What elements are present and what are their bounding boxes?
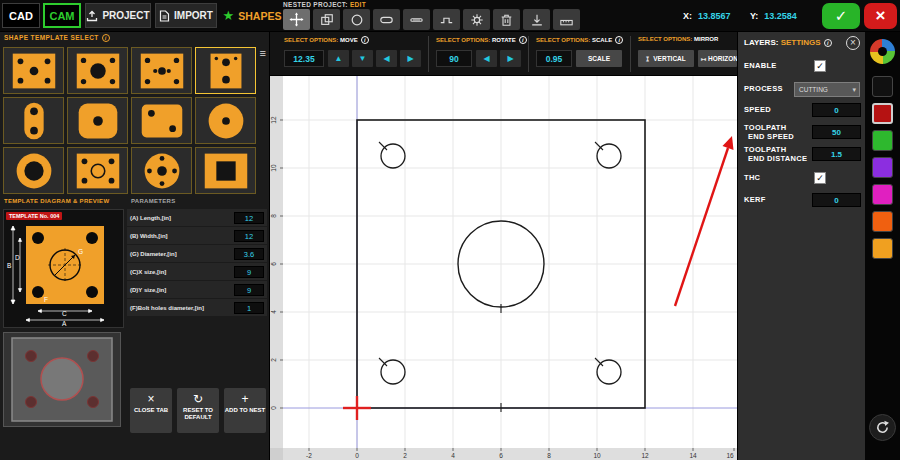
shape-template-tile-4[interactable] [195, 47, 256, 94]
layer-color-red[interactable] [872, 103, 893, 124]
project-button[interactable]: PROJECT [85, 3, 151, 28]
cad-tab-button[interactable]: CAD [2, 3, 40, 28]
template-grid [3, 47, 255, 194]
shape-template-select-text: SHAPE TEMPLATE SELECT [4, 34, 99, 41]
shape-template-tile-10[interactable] [67, 147, 128, 194]
download-icon [530, 13, 544, 27]
move-up-button[interactable]: ▲ [328, 50, 349, 67]
axes [283, 76, 737, 448]
canvas-drawing[interactable]: 0 2 4 6 8 10 12 -2 0 2 [270, 76, 737, 460]
cam-tab-button[interactable]: CAM [43, 3, 81, 28]
dim-label-c: C [62, 310, 67, 317]
shapes-button-label: SHAPES [238, 10, 281, 22]
layer-color-orange[interactable] [872, 211, 893, 232]
refresh-button[interactable] [869, 414, 896, 441]
toolbar-button-slot[interactable] [403, 9, 430, 30]
parameter-row: (A) Length,[in]12 [127, 209, 267, 226]
toolbar-button-tab[interactable] [433, 9, 460, 30]
layers-panel-close-button[interactable]: × [846, 36, 860, 50]
close-tab-button[interactable]: × CLOSE TAB [130, 388, 172, 433]
nested-project-text: NESTED PROJECT: [283, 1, 348, 8]
layer-color-green[interactable] [872, 130, 893, 151]
confirm-button[interactable]: ✓ [822, 3, 860, 29]
shape-template-tile-1[interactable] [3, 47, 64, 94]
parameter-row: (F)Bolt holes diameter,[in]1 [127, 299, 267, 316]
layer-color-black[interactable] [872, 76, 893, 97]
mirror-vertical-button[interactable]: ▸◂ VERTICAL [638, 50, 694, 67]
toolpath-end-speed-input[interactable] [812, 125, 861, 139]
parameter-value-input[interactable]: 12 [234, 230, 264, 242]
shape-template-tile-7[interactable] [131, 97, 192, 144]
move-distance-input[interactable] [284, 50, 324, 67]
rotate-ccw-button[interactable]: ◀ [476, 50, 497, 67]
thc-checkbox[interactable]: ✓ [814, 172, 826, 184]
toolbar-button-measure[interactable] [553, 9, 580, 30]
x-tick: 2 [403, 452, 407, 459]
toolbar-button-obround[interactable] [373, 9, 400, 30]
shape-template-tile-3[interactable] [131, 47, 192, 94]
import-button[interactable]: IMPORT [155, 3, 217, 28]
chevron-down-icon: ▾ [852, 83, 856, 96]
move-left-button[interactable]: ◀ [376, 50, 397, 67]
annotation-arrow [675, 136, 734, 306]
shapes-button[interactable]: ★ SHAPES [221, 3, 283, 28]
shape-template-tile-6[interactable] [67, 97, 128, 144]
diagram-preview-title: TEMPLATE DIAGRAM & PREVIEW [4, 198, 109, 204]
move-options-header: SELECT OPTIONS: MOVE [284, 36, 369, 44]
parameter-value-input[interactable]: 9 [234, 266, 264, 278]
process-dropdown[interactable]: CUTTING ▾ [794, 82, 860, 97]
rotate-options-header: SELECT OPTIONS: ROTATE [436, 36, 527, 44]
kerf-input[interactable] [812, 193, 861, 207]
enable-checkbox[interactable]: ✓ [814, 60, 826, 72]
reset-to-default-button[interactable]: ↻ RESET TO DEFAULT [177, 388, 219, 433]
toolpath-end-distance-input[interactable] [812, 147, 861, 161]
y-tick: 2 [270, 358, 277, 362]
toolbar-button-move[interactable] [283, 9, 310, 30]
mirror-horizontal-button[interactable]: ▸◂ HORIZONTAL [698, 50, 737, 67]
toolbar-button-settings[interactable] [463, 9, 490, 30]
scale-factor-input[interactable] [536, 50, 572, 67]
shape-template-tile-8[interactable] [195, 97, 256, 144]
drawing-canvas[interactable]: 0 2 4 6 8 10 12 -2 0 2 [270, 76, 737, 460]
dim-label-b: B [7, 262, 11, 269]
move-down-button[interactable]: ▼ [352, 50, 373, 67]
mirror-vertical-label: VERTICAL [653, 55, 686, 62]
rotate-cw-button[interactable]: ▶ [500, 50, 521, 67]
parameter-value-input[interactable]: 12 [234, 212, 264, 224]
parameter-value-input[interactable]: 1 [234, 302, 264, 314]
move-right-button[interactable]: ▶ [400, 50, 421, 67]
shape-template-tile-5[interactable] [3, 97, 64, 144]
speed-label: SPEED [744, 106, 771, 115]
toolpath-end-distance-line1: TOOLPATH [744, 145, 786, 154]
add-to-nest-button[interactable]: + ADD TO NEST [224, 388, 266, 433]
layer-color-amber[interactable] [872, 238, 893, 259]
parameter-value-input[interactable]: 3.6 [234, 248, 264, 260]
circle-tool-icon [350, 13, 364, 27]
layer-color-purple[interactable] [872, 157, 893, 178]
template-number-badge: TEMPLATE No. 004 [6, 212, 62, 220]
y-tick: 0 [270, 406, 277, 410]
shape-template-tile-11[interactable] [131, 147, 192, 194]
toolpath-end-speed-line2: END SPEED [744, 132, 794, 141]
layer-settings-gear-icon[interactable] [870, 39, 895, 64]
parameter-label: (A) Length,[in] [130, 215, 171, 221]
dim-label-g: G [78, 248, 83, 255]
rotate-angle-input[interactable] [436, 50, 472, 67]
cancel-button[interactable]: × [864, 3, 897, 29]
parameter-value-input[interactable]: 9 [234, 284, 264, 296]
layer-color-strip [865, 32, 900, 460]
speed-input[interactable] [812, 103, 861, 117]
toolbar-button-circle[interactable] [343, 9, 370, 30]
document-icon [159, 10, 170, 22]
y-tick: 10 [270, 164, 277, 172]
template-list-menu-icon[interactable]: ≡ [260, 48, 266, 58]
toolbar-button-delete[interactable] [493, 9, 520, 30]
toolbar-button-export[interactable] [523, 9, 550, 30]
scale-apply-button[interactable]: SCALE [576, 50, 622, 67]
shape-template-tile-12[interactable] [195, 147, 256, 194]
shape-template-tile-2[interactable] [67, 47, 128, 94]
toolbar-button-duplicate[interactable] [313, 9, 340, 30]
parameter-row: (B) Width,[in]12 [127, 227, 267, 244]
shape-template-tile-9[interactable] [3, 147, 64, 194]
layer-color-magenta[interactable] [872, 184, 893, 205]
